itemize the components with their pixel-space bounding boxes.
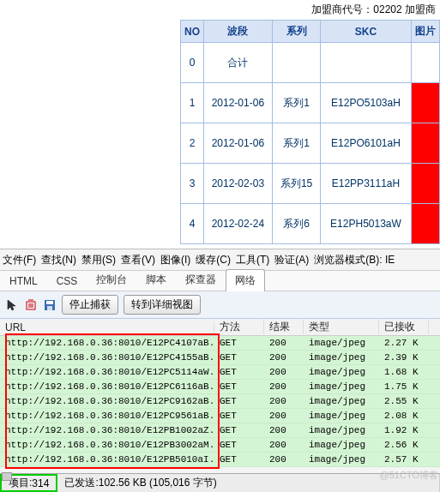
cell-skc: E12PP3111aH <box>321 164 411 204</box>
menu-disable[interactable]: 禁用(S) <box>79 253 118 267</box>
cell-series: 系列15 <box>272 164 321 204</box>
cell-series: 系列1 <box>272 123 321 164</box>
th-wave[interactable]: 波段 <box>203 21 272 43</box>
net-r: 200 <box>264 338 304 348</box>
watermark: @51CTO博客 <box>380 469 438 482</box>
menu-file[interactable]: 文件(F) <box>0 253 39 267</box>
table-row[interactable]: 0合计 <box>181 43 440 83</box>
col-method[interactable]: 方法 <box>214 320 264 334</box>
network-toolbar: 停止捕获 转到详细视图 <box>0 291 440 319</box>
net-s: 2.57 K <box>379 454 429 465</box>
th-skc[interactable]: SKC <box>321 21 411 43</box>
col-url[interactable]: URL <box>0 321 214 333</box>
project-count: 314 <box>32 477 49 489</box>
cell-skc: E12PO5103aH <box>321 83 411 123</box>
menu-view[interactable]: 查看(V) <box>118 253 158 267</box>
net-m: GET <box>214 367 264 377</box>
th-no[interactable]: NO <box>181 21 204 43</box>
net-r: 200 <box>264 440 304 450</box>
tab-profiler[interactable]: 探查器 <box>176 268 226 291</box>
net-m: GET <box>214 396 264 406</box>
table-row[interactable]: 42012-02-24系列6E12PH5013aW <box>181 204 440 244</box>
table-row[interactable]: 12012-01-06系列1E12PO5103aH <box>181 83 440 123</box>
network-row[interactable]: http://192.168.0.36:8010/E12PC4155aB.jpg… <box>0 351 440 365</box>
cell-no: 2 <box>181 123 204 164</box>
net-url: http://192.168.0.36:8010/E12PB5010aI.jpg <box>0 454 214 465</box>
tab-html[interactable]: HTML <box>0 271 47 291</box>
horizontal-scrollbar[interactable] <box>2 472 12 481</box>
net-s: 1.92 K <box>379 425 429 435</box>
save-icon[interactable] <box>43 298 57 312</box>
stop-capture-button[interactable]: 停止捕获 <box>62 295 118 315</box>
net-url: http://192.168.0.36:8010/E12PC9561aB.jpg <box>0 411 214 421</box>
net-s: 2.27 K <box>379 338 429 348</box>
network-row[interactable]: http://192.168.0.36:8010/E12PC4107aB.jpg… <box>0 336 440 351</box>
network-row[interactable]: http://192.168.0.36:8010/E12PC5114aW.jpg… <box>0 365 440 380</box>
menu-image[interactable]: 图像(I) <box>158 253 193 267</box>
cell-wave: 2012-02-03 <box>203 164 272 204</box>
table-row[interactable]: 22012-01-06系列1E12PO6101aH <box>181 123 440 164</box>
svg-rect-3 <box>47 306 52 310</box>
tab-script[interactable]: 脚本 <box>136 268 176 291</box>
order-table: NO 波段 系列 SKC 图片 0合计12012-01-06系列1E12PO51… <box>180 20 440 244</box>
net-t: image/jpeg <box>304 367 379 377</box>
net-r: 200 <box>264 454 304 465</box>
net-url: http://192.168.0.36:8010/E12PB3002aM.jpg <box>0 440 214 450</box>
table-row[interactable]: 32012-02-03系列15E12PP3111aH <box>181 164 440 204</box>
cell-no: 1 <box>181 83 204 123</box>
menu-browsermode[interactable]: 浏览器模式(B): IE <box>311 253 397 267</box>
menu-find[interactable]: 查找(N) <box>39 253 79 267</box>
franchise-label: 加盟商代号：02202 加盟商 <box>0 0 440 20</box>
cell-series: 系列1 <box>272 83 321 123</box>
net-s: 1.68 K <box>379 367 429 377</box>
devtools-tabs: HTML CSS 控制台 脚本 探查器 网络 <box>0 271 440 291</box>
network-row[interactable]: http://192.168.0.36:8010/E12PB1002aZ.jpg… <box>0 423 440 438</box>
network-row[interactable]: http://192.168.0.36:8010/E12PC9561aB.jpg… <box>0 409 440 423</box>
menu-tool[interactable]: 工具(T) <box>233 253 272 267</box>
menu-verify[interactable]: 验证(A) <box>272 253 311 267</box>
network-row[interactable]: http://192.168.0.36:8010/E12PC9162aB.jpg… <box>0 394 440 409</box>
detail-view-button[interactable]: 转到详细视图 <box>124 295 201 315</box>
cell-skc: E12PH5013aW <box>321 204 411 244</box>
cell-pic <box>411 83 439 123</box>
table-head-row: NO 波段 系列 SKC 图片 <box>181 21 440 43</box>
col-type[interactable]: 类型 <box>304 320 379 334</box>
project-label: 项目: <box>9 476 32 490</box>
col-recv[interactable]: 已接收 <box>379 320 429 334</box>
devtools-panel: 文件(F) 查找(N) 禁用(S) 查看(V) 图像(I) 缓存(C) 工具(T… <box>0 249 440 492</box>
network-row[interactable]: http://192.168.0.36:8010/E12PB3002aM.jpg… <box>0 438 440 453</box>
menu-cache[interactable]: 缓存(C) <box>193 253 233 267</box>
net-r: 200 <box>264 381 304 392</box>
net-m: GET <box>214 425 264 435</box>
net-m: GET <box>214 381 264 392</box>
network-row[interactable]: http://192.168.0.36:8010/E12PC6116aB.jpg… <box>0 380 440 394</box>
net-s: 2.39 K <box>379 352 429 363</box>
net-r: 200 <box>264 352 304 363</box>
network-row[interactable]: http://192.168.0.36:8010/E12PB5010aI.jpg… <box>0 453 440 467</box>
clear-icon[interactable] <box>24 298 38 312</box>
col-result[interactable]: 结果 <box>264 320 304 334</box>
net-t: image/jpeg <box>304 338 379 348</box>
network-body[interactable]: http://192.168.0.36:8010/E12PC4107aB.jpg… <box>0 336 440 473</box>
net-url: http://192.168.0.36:8010/E12PB1002aZ.jpg <box>0 425 214 435</box>
th-pic[interactable]: 图片 <box>411 21 439 43</box>
net-t: image/jpeg <box>304 352 379 363</box>
net-t: image/jpeg <box>304 396 379 406</box>
th-series[interactable]: 系列 <box>272 21 321 43</box>
net-t: image/jpeg <box>304 381 379 392</box>
net-s: 2.56 K <box>379 440 429 450</box>
net-t: image/jpeg <box>304 454 379 465</box>
net-r: 200 <box>264 425 304 435</box>
net-r: 200 <box>264 367 304 377</box>
pointer-icon[interactable] <box>5 298 19 312</box>
net-t: image/jpeg <box>304 425 379 435</box>
tab-css[interactable]: CSS <box>47 271 87 291</box>
tab-console[interactable]: 控制台 <box>87 268 136 291</box>
tab-network[interactable]: 网络 <box>226 269 265 291</box>
net-t: image/jpeg <box>304 440 379 450</box>
net-r: 200 <box>264 411 304 421</box>
net-url: http://192.168.0.36:8010/E12PC9162aB.jpg <box>0 396 214 406</box>
net-m: GET <box>214 338 264 348</box>
net-url: http://192.168.0.36:8010/E12PC6116aB.jpg <box>0 381 214 392</box>
cell-no: 4 <box>181 204 204 244</box>
